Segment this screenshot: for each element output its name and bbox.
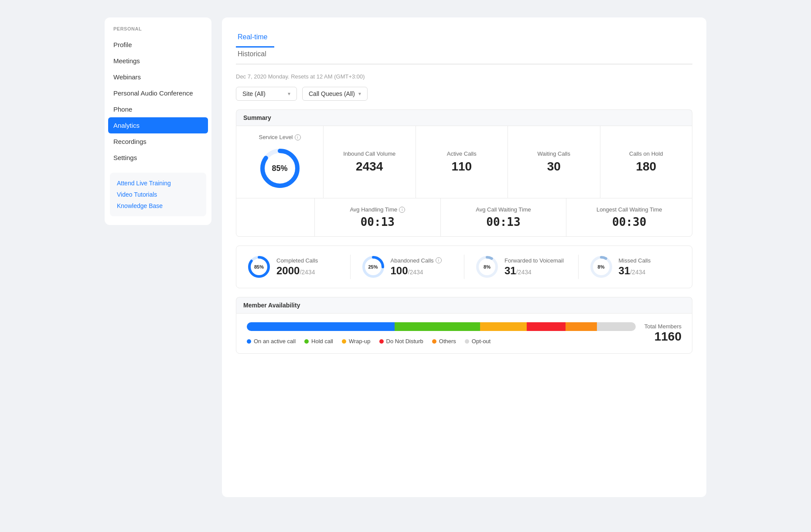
stat-value: 00:30 bbox=[612, 215, 646, 228]
legend-label: On an active call bbox=[254, 338, 296, 344]
member-availability-section: On an active call Hold call Wrap-up Do N… bbox=[236, 313, 692, 354]
sidebar-link-knowledge-base[interactable]: Knowledge Base bbox=[117, 202, 199, 209]
legend-label: Wrap-up bbox=[349, 338, 371, 344]
sidebar-item-webinars[interactable]: Webinars bbox=[105, 69, 211, 85]
call-stat-value: 100/2434 bbox=[391, 265, 442, 277]
legend-item-opt-out: Opt-out bbox=[465, 338, 491, 344]
sidebar-item-profile[interactable]: Profile bbox=[105, 37, 211, 53]
bar-segment-others bbox=[566, 322, 596, 331]
sidebar-item-settings[interactable]: Settings bbox=[105, 150, 211, 166]
mini-donut-missed-calls: 8% bbox=[589, 255, 613, 279]
stat-card-inbound-call-volume: Inbound Call Volume 2434 bbox=[324, 126, 416, 198]
sidebar-item-recordings[interactable]: Recordings bbox=[105, 133, 211, 150]
call-stat-value: 31/2434 bbox=[619, 265, 651, 277]
call-stat-label: Missed Calls bbox=[619, 257, 651, 264]
tab-realtime[interactable]: Real-time bbox=[236, 30, 274, 48]
stat-card-avg-handling-time: Avg Handling Timei 00:13 bbox=[315, 198, 441, 236]
member-availability-section-header: Member Availability bbox=[236, 297, 692, 313]
call-queues-filter-label: Call Queues (All) bbox=[309, 90, 355, 97]
tabs: Real-timeHistorical bbox=[236, 30, 692, 65]
stats-row-2: Avg Handling Timei 00:13 Avg Call Waitin… bbox=[236, 198, 692, 236]
info-icon[interactable]: i bbox=[436, 257, 442, 263]
stat-value: 00:13 bbox=[361, 215, 395, 228]
legend-item-do-not-disturb: Do Not Disturb bbox=[379, 338, 423, 344]
stat-label: Waiting Calls bbox=[538, 150, 570, 157]
sidebar-links: Attend Live TrainingVideo TutorialsKnowl… bbox=[110, 173, 206, 216]
stat-label: Calls on Hold bbox=[629, 150, 663, 157]
legend-item-hold-call: Hold call bbox=[304, 338, 333, 344]
sidebar-item-personal-audio[interactable]: Personal Audio Conference bbox=[105, 85, 211, 101]
member-availability-bar bbox=[247, 322, 636, 331]
mini-donut-abandoned-calls: 25% bbox=[361, 255, 385, 279]
sidebar-link-video-tutorials[interactable]: Video Tutorials bbox=[117, 191, 199, 198]
call-stat-value: 2000/2434 bbox=[276, 265, 318, 277]
tab-historical[interactable]: Historical bbox=[236, 47, 274, 65]
mini-donut-text: 25% bbox=[368, 264, 378, 269]
stat-card-avg-call-waiting-time: Avg Call Waiting Time 00:13 bbox=[441, 198, 567, 236]
main-content: Real-timeHistorical Dec 7, 2020 Monday. … bbox=[222, 17, 706, 497]
call-stat-item-missed-calls: 8% Missed Calls 31/2434 bbox=[589, 255, 682, 279]
stat-value: 110 bbox=[451, 160, 472, 174]
site-filter-label: Site (All) bbox=[242, 90, 266, 97]
call-stats-section: 85% Completed Calls 2000/2434 25% Abando… bbox=[236, 246, 692, 288]
legend-label: Opt-out bbox=[472, 338, 491, 344]
mini-donut-completed-calls: 85% bbox=[247, 255, 271, 279]
mini-donut-text: 8% bbox=[598, 264, 605, 269]
stat-label: Longest Call Waiting Time bbox=[596, 206, 662, 213]
site-filter[interactable]: Site (All) ▾ bbox=[236, 87, 297, 101]
service-level-value: 85% bbox=[272, 164, 287, 173]
call-stat-total: /2434 bbox=[408, 269, 423, 276]
sidebar-item-meetings[interactable]: Meetings bbox=[105, 53, 211, 69]
mini-donut-text: 85% bbox=[254, 264, 264, 269]
bar-segment-wrap-up bbox=[480, 322, 527, 331]
bar-segment-opt-out bbox=[597, 322, 636, 331]
call-stat-label: Forwarded to Voicemail bbox=[504, 257, 564, 264]
legend-dot bbox=[379, 339, 384, 344]
total-members-value: 1160 bbox=[654, 330, 682, 344]
sidebar-item-phone[interactable]: Phone bbox=[105, 101, 211, 117]
bar-segment-do-not-disturb bbox=[527, 322, 566, 331]
service-level-card: Service Level i 85% bbox=[236, 126, 324, 198]
call-stat-item-abandoned-calls: 25% Abandoned Callsi 100/2434 bbox=[361, 255, 465, 279]
stat-label: Avg Handling Timei bbox=[350, 206, 405, 213]
chevron-down-icon: ▾ bbox=[288, 91, 290, 97]
legend-label: Hold call bbox=[311, 338, 333, 344]
stat-label: Avg Call Waiting Time bbox=[476, 206, 531, 213]
bar-segment-active-call bbox=[247, 322, 395, 331]
stat-card-active-calls: Active Calls 110 bbox=[416, 126, 508, 198]
legend-dot bbox=[304, 339, 309, 344]
date-info: Dec 7, 2020 Monday. Resets at 12 AM (GMT… bbox=[236, 73, 692, 80]
legend-dot bbox=[465, 339, 469, 344]
info-icon[interactable]: i bbox=[399, 207, 405, 213]
call-stat-total: /2434 bbox=[516, 269, 532, 276]
legend-item-wrap-up: Wrap-up bbox=[342, 338, 371, 344]
legend-dot bbox=[247, 339, 251, 344]
stat-label: Inbound Call Volume bbox=[343, 150, 395, 157]
sidebar-section-label: PERSONAL bbox=[105, 26, 211, 37]
filters: Site (All) ▾ Call Queues (All) ▾ bbox=[236, 87, 692, 101]
chevron-down-icon: ▾ bbox=[358, 91, 361, 97]
service-level-label: Service Level i bbox=[259, 134, 300, 140]
call-stat-total: /2434 bbox=[300, 269, 315, 276]
bar-segment-hold-call bbox=[395, 322, 480, 331]
stat-value: 180 bbox=[636, 160, 656, 174]
stat-card-calls-on-hold: Calls on Hold 180 bbox=[600, 126, 692, 198]
service-level-donut: 85% bbox=[258, 147, 302, 190]
stats-row-1: Service Level i 85% Inbound Call Volume … bbox=[236, 126, 692, 198]
stat-value: 2434 bbox=[356, 160, 383, 174]
sidebar: PERSONAL ProfileMeetingsWebinarsPersonal… bbox=[105, 17, 211, 225]
call-stat-item-completed-calls: 85% Completed Calls 2000/2434 bbox=[247, 255, 351, 279]
sidebar-link-live-training[interactable]: Attend Live Training bbox=[117, 180, 199, 187]
stat-value: 00:13 bbox=[486, 215, 520, 228]
legend-label: Do Not Disturb bbox=[386, 338, 423, 344]
service-level-info-icon[interactable]: i bbox=[295, 134, 301, 140]
call-queues-filter[interactable]: Call Queues (All) ▾ bbox=[302, 87, 368, 101]
call-stat-item-forwarded-to-voicemail: 8% Forwarded to Voicemail 31/2434 bbox=[475, 255, 579, 279]
sidebar-item-analytics[interactable]: Analytics bbox=[108, 117, 208, 133]
summary-section-header: Summary bbox=[236, 109, 692, 126]
legend-dot bbox=[432, 339, 436, 344]
total-members-label: Total Members bbox=[644, 323, 682, 330]
stat-value: 30 bbox=[547, 160, 561, 174]
call-stat-label: Abandoned Callsi bbox=[391, 257, 442, 264]
stat-label: Active Calls bbox=[447, 150, 477, 157]
